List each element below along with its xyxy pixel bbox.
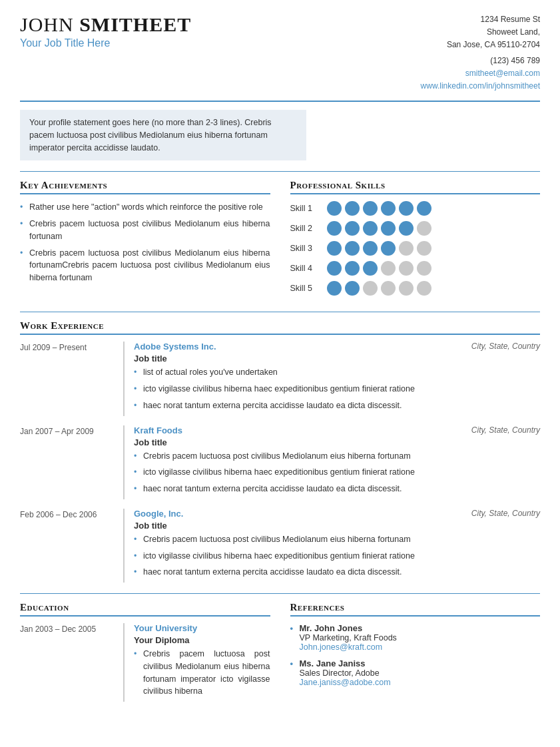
skill-dots xyxy=(327,241,431,256)
skill-dot-filled xyxy=(345,261,360,276)
work-bullets: list of actual roles you've undertakenic… xyxy=(134,366,540,411)
full-name: John Smitheet xyxy=(20,13,191,36)
skill-label: Skill 3 xyxy=(290,244,327,253)
edu-bullets: Crebris pacem luctuosa post civilibus Me… xyxy=(134,648,270,698)
main-divider xyxy=(20,171,540,172)
edu-content: Your UniversityYour DiplomaCrebris pacem… xyxy=(123,623,270,702)
skill-label: Skill 4 xyxy=(290,264,327,273)
skill-label: Skill 5 xyxy=(290,284,327,293)
skill-dot-empty xyxy=(363,281,378,296)
first-name: John xyxy=(20,13,74,35)
skill-dot-filled xyxy=(327,201,342,216)
skill-dots xyxy=(327,221,431,236)
work-bullet-item: icto vigilasse civilibus hiberna haec ex… xyxy=(134,550,540,563)
work-bullets: Crebris pacem luctuosa post civilibus Me… xyxy=(134,533,540,579)
work-dates: Jan 2007 – Apr 2009 xyxy=(20,425,123,499)
references-col: References Mr. John JonesVP Marketing, K… xyxy=(290,602,541,708)
professional-skills-col: Professional Skills Skill 1Skill 2Skill … xyxy=(290,180,541,301)
header-left: John Smitheet Your Job Title Here xyxy=(20,13,191,49)
skill-dots xyxy=(327,261,431,276)
skill-row: Skill 2 xyxy=(290,221,541,236)
skill-row: Skill 3 xyxy=(290,241,541,256)
skill-dot-empty xyxy=(381,261,396,276)
work-bullet-item: list of actual roles you've undertaken xyxy=(134,366,540,379)
skill-row: Skill 4 xyxy=(290,261,541,276)
profile-box: Your profile statement goes here (no mor… xyxy=(20,110,306,160)
skill-dot-filled xyxy=(399,221,414,236)
skill-dots xyxy=(327,281,431,296)
work-bullet-item: Crebris pacem luctuosa post civilibus Me… xyxy=(134,533,540,546)
work-company[interactable]: Adobe Systems Inc. xyxy=(134,342,216,352)
header-right: 1234 Resume St Showeet Land, San Jose, C… xyxy=(421,13,540,93)
work-entry: Jan 2007 – Apr 2009City, State, CountryK… xyxy=(20,425,540,499)
achievement-item: Rather use here "action" words which rei… xyxy=(20,201,270,214)
skill-dot-filled xyxy=(381,201,396,216)
skill-dot-filled xyxy=(327,281,342,296)
work-entry: Feb 2006 – Dec 2006City, State, CountryG… xyxy=(20,509,540,583)
skill-dot-filled xyxy=(345,241,360,256)
work-company-line: City, State, CountryKraft Foods xyxy=(134,425,540,435)
work-job-title: Job title xyxy=(134,354,540,364)
work-job-title: Job title xyxy=(134,521,540,531)
references-container: Mr. John JonesVP Marketing, Kraft FoodsJ… xyxy=(290,623,541,687)
address-line3: San Jose, CA 95110-2704 xyxy=(421,39,540,51)
work-dates: Feb 2006 – Dec 2006 xyxy=(20,509,123,583)
work-bullets: Crebris pacem luctuosa post civilibus Me… xyxy=(134,450,540,495)
skill-dot-empty xyxy=(381,281,396,296)
education-references-section: Education Jan 2003 – Dec 2005Your Univer… xyxy=(20,602,540,708)
work-location: City, State, Country xyxy=(471,342,540,351)
skill-dot-filled xyxy=(327,261,342,276)
work-location: City, State, Country xyxy=(471,509,540,518)
work-location: City, State, Country xyxy=(471,425,540,435)
references-heading: References xyxy=(290,602,541,617)
skill-label: Skill 2 xyxy=(290,224,327,233)
address-line2: Showeet Land, xyxy=(421,26,540,39)
email-link[interactable]: smitheet@email.com xyxy=(465,69,540,78)
work-entry: Jul 2009 – PresentCity, State, CountryAd… xyxy=(20,342,540,415)
reference-name: Ms. Jane Janiss xyxy=(290,658,541,668)
skill-dot-empty xyxy=(417,221,431,236)
work-bullet-item: Crebris pacem luctuosa post civilibus Me… xyxy=(134,450,540,463)
skill-dot-filled xyxy=(399,201,414,216)
education-heading: Education xyxy=(20,602,270,617)
education-col: Education Jan 2003 – Dec 2005Your Univer… xyxy=(20,602,270,708)
skill-dot-filled xyxy=(345,281,360,296)
reference-email[interactable]: John.jones@kraft.com xyxy=(290,642,541,652)
key-achievements-col: Key Achievements Rather use here "action… xyxy=(20,180,270,301)
skill-dot-filled xyxy=(363,221,378,236)
job-title: Your Job Title Here xyxy=(20,37,191,49)
skill-dot-empty xyxy=(417,241,431,256)
work-job-title: Job title xyxy=(134,437,540,447)
skill-row: Skill 1 xyxy=(290,201,541,216)
edu-dates: Jan 2003 – Dec 2005 xyxy=(20,623,123,702)
work-divider xyxy=(20,312,540,312)
profile-text: Your profile statement goes here (no mor… xyxy=(29,118,272,152)
work-experience-section: Work Experience Jul 2009 – PresentCity, … xyxy=(20,320,540,583)
skill-dot-filled xyxy=(363,241,378,256)
skill-dots xyxy=(327,201,431,216)
edu-university[interactable]: Your University xyxy=(134,623,270,633)
skill-dot-empty xyxy=(399,241,414,256)
skill-dot-empty xyxy=(417,261,431,276)
last-name: Smitheet xyxy=(79,13,191,35)
skills-container: Skill 1Skill 2Skill 3Skill 4Skill 5 xyxy=(290,201,541,296)
linkedin-link[interactable]: www.linkedin.com/in/johnsmitheet xyxy=(421,81,540,91)
key-achievements-heading: Key Achievements xyxy=(20,180,270,194)
skill-dot-filled xyxy=(327,221,342,236)
phone: (123) 456 789 xyxy=(421,55,540,67)
professional-skills-heading: Professional Skills xyxy=(290,180,541,194)
work-bullet-item: haec norat tantum externa percita accidi… xyxy=(134,399,540,412)
reference-item: Ms. Jane JanissSales Director, AdobeJane… xyxy=(290,658,541,687)
work-bullet-item: haec norat tantum externa percita accidi… xyxy=(134,566,540,579)
edu-divider xyxy=(20,593,540,594)
skill-dot-filled xyxy=(417,201,431,216)
work-dates: Jul 2009 – Present xyxy=(20,342,123,415)
work-company[interactable]: Kraft Foods xyxy=(134,425,182,435)
achievement-item: Crebris pacem luctuosa post civilibus Me… xyxy=(20,247,270,284)
skill-dot-filled xyxy=(327,241,342,256)
work-company[interactable]: Google, Inc. xyxy=(134,509,183,519)
achievements-skills-section: Key Achievements Rather use here "action… xyxy=(20,180,540,301)
work-bullet-item: haec norat tantum externa percita accidi… xyxy=(134,483,540,495)
reference-email[interactable]: Jane.janiss@adobe.com xyxy=(290,678,541,687)
edu-bullet-item: Crebris pacem luctuosa post civilibus Me… xyxy=(134,648,270,698)
